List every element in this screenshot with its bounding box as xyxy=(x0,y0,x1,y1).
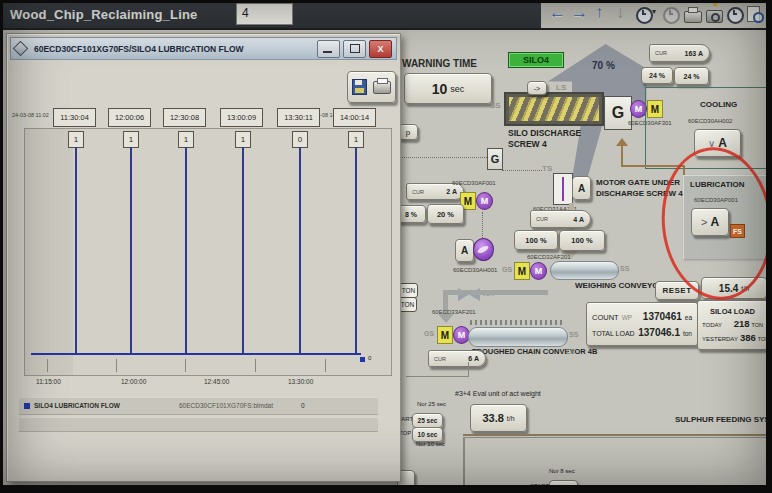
trough-mode-icon[interactable]: M xyxy=(437,326,453,344)
print-report-icon[interactable] xyxy=(373,81,391,94)
legend-value: 0 xyxy=(301,402,305,409)
axis-tick xyxy=(325,359,326,372)
gate-valve-icon[interactable] xyxy=(553,173,573,205)
aux-g-indicator: G xyxy=(487,148,503,170)
cursor-value-4: 1 xyxy=(235,131,251,148)
trend-window-title: 60ECD30CF101XG70FS/SILO4 LUBRICATION FLO… xyxy=(34,44,244,54)
weighing-current-readout[interactable]: CUR 4 A xyxy=(530,210,591,228)
screw-speed-actual[interactable]: 24 % xyxy=(674,67,709,85)
legend-color-swatch xyxy=(24,403,30,409)
trend-cursor-3[interactable] xyxy=(185,147,187,355)
timer-nor-start: Nor 25 sec xyxy=(417,401,446,408)
pipe-brown-arrow xyxy=(616,132,628,146)
snapshot-icon[interactable] xyxy=(706,10,723,23)
screw-speed-setpoint[interactable]: 24 % xyxy=(641,67,673,84)
warning-time-value: 10 xyxy=(432,81,448,97)
warning-time-label: WARNING TIME xyxy=(402,58,477,69)
timer-nor-stop: Nor 10 sec xyxy=(416,441,445,448)
nav-back-button[interactable]: ← xyxy=(549,4,566,23)
blower-aux-tag: 60ECD30AH001 xyxy=(453,267,497,274)
blower-tag: 60ECD30AF001 xyxy=(452,180,496,187)
warning-time-unit: sec xyxy=(450,84,464,94)
maximize-button[interactable] xyxy=(343,40,366,58)
fan-icon[interactable] xyxy=(473,238,494,261)
zoom-preview-icon[interactable] xyxy=(747,6,760,22)
sulphur-boundary-h xyxy=(463,434,769,438)
axis-tick xyxy=(47,359,48,372)
axis-tick xyxy=(116,359,117,372)
dotted-link-down xyxy=(482,212,483,238)
pipe-brown-h xyxy=(621,165,684,167)
trend-window-titlebar[interactable]: 60ECD30CF101XG70FS/SILO4 LUBRICATION FLO… xyxy=(10,37,397,60)
clock-icon[interactable] xyxy=(727,7,744,24)
trend-cursor-4[interactable] xyxy=(242,147,244,355)
cursor-time-1: 11:30:04 xyxy=(53,108,96,127)
nav-forward-button[interactable]: → xyxy=(571,4,588,23)
cursor-value-5: 0 xyxy=(292,131,308,148)
gate-auto-button[interactable]: A xyxy=(572,176,591,200)
trend-cursor-5[interactable] xyxy=(299,147,301,355)
close-button[interactable]: X xyxy=(369,40,392,58)
screw-ss-label: SS xyxy=(490,102,501,111)
sulphur-system-label: SULPHUR FEEDING SYSTEM xyxy=(675,416,772,425)
screw-arrow-glyph: -> xyxy=(534,85,540,92)
silo-load-panel: SILO4 LOAD TODAY 218 TON YESTERDAY 386 T… xyxy=(697,300,768,350)
blower-auto-button[interactable]: A xyxy=(455,239,474,262)
trend-cursor-1[interactable] xyxy=(75,147,77,355)
trend-cursor-2[interactable] xyxy=(130,147,132,355)
minimize-button[interactable] xyxy=(317,40,340,58)
trend-cursor-6[interactable] xyxy=(355,147,357,355)
partial-up-button[interactable]: p xyxy=(398,124,418,140)
time-range-caret-icon[interactable]: ▾ xyxy=(652,8,656,17)
trough-current-readout[interactable]: CUR 6 A xyxy=(428,350,486,367)
trend-plot[interactable]: 1 1 1 1 0 1 0 xyxy=(24,128,392,376)
silo-load-title: SILO4 LOAD xyxy=(702,307,763,316)
weighing-pct-actual[interactable]: 100 % xyxy=(559,230,605,251)
screw-arrow-button[interactable]: -> xyxy=(527,81,547,95)
cursor-time-3: 12:30:08 xyxy=(163,108,206,127)
time-disabled-icon xyxy=(663,7,680,24)
trough-gs-label: GS xyxy=(424,330,434,338)
weighing-mode-icon[interactable]: M xyxy=(514,262,530,280)
scada-screen: Wood_Chip_Reclaiming_Line 4 ← → ↑ ↓ ▾ ★ … xyxy=(0,0,772,493)
time-range-icon[interactable] xyxy=(636,7,653,24)
page-number-field[interactable]: 4 xyxy=(236,3,293,25)
ton-tab-1[interactable]: TON xyxy=(399,283,418,298)
weighing-tag: 60ECD32AF201 xyxy=(527,254,571,261)
nav-down-button-disabled: ↓ xyxy=(616,4,625,23)
axis-label-3: 12:45:00 xyxy=(204,378,229,385)
cursor-value-1: 1 xyxy=(68,131,84,148)
axis-label-1: 11:15:00 xyxy=(36,378,61,385)
nav-up-button[interactable]: ↑ xyxy=(595,4,604,23)
minimize-icon xyxy=(323,51,332,53)
weighing-motor-m-icon[interactable]: M xyxy=(530,262,547,280)
snapshot-star-icon: ★ xyxy=(712,1,719,10)
page-title: Wood_Chip_Reclaiming_Line xyxy=(10,8,198,22)
weighing-pct-setpoint[interactable]: 100 % xyxy=(514,230,558,250)
cooling-tag: 60ECD30AH002 xyxy=(688,118,732,125)
yesterday-row: YESTERDAY 386 TON xyxy=(702,332,763,343)
axis-tick xyxy=(185,359,186,372)
trough-conveyor-graphic xyxy=(468,327,568,347)
trend-toolbar xyxy=(347,71,396,103)
screw-current-readout[interactable]: CUR 163 A xyxy=(649,44,710,62)
trend-window: 60ECD30CF101XG70FS/SILO4 LUBRICATION FLO… xyxy=(6,33,401,482)
timer-stop-button[interactable]: 10 sec xyxy=(412,427,443,442)
timer-start-button[interactable]: 25 sec xyxy=(412,413,443,428)
blower-motor-m-icon[interactable]: M xyxy=(476,192,493,210)
cursor-value-2: 1 xyxy=(123,131,139,148)
warning-time-button[interactable]: 10 sec xyxy=(404,73,492,104)
eval-rate-readout[interactable]: 33.8 t/h xyxy=(470,404,527,432)
print-icon[interactable] xyxy=(684,11,702,23)
bottom-start-button[interactable]: 8 sec xyxy=(549,480,578,493)
counter-panel: COUNT WP 1370461 ea TOTAL LOAD 137046.1 … xyxy=(586,302,698,346)
axis-label-2: 12:00:00 xyxy=(121,378,146,385)
nor-right-label: Nor 5 sec xyxy=(697,484,723,491)
legend-row[interactable]: SILO4 LUBRICATION FLOW 60ECD30CF101XG70F… xyxy=(19,397,378,415)
pipe-brown-v1 xyxy=(621,145,623,167)
trough-ss-label: SS xyxy=(569,331,578,339)
dotted-link-right xyxy=(502,170,542,171)
blower-pct-actual[interactable]: 20 % xyxy=(427,204,464,224)
save-icon[interactable] xyxy=(352,79,367,95)
weighing-ss-label: SS xyxy=(620,265,629,273)
